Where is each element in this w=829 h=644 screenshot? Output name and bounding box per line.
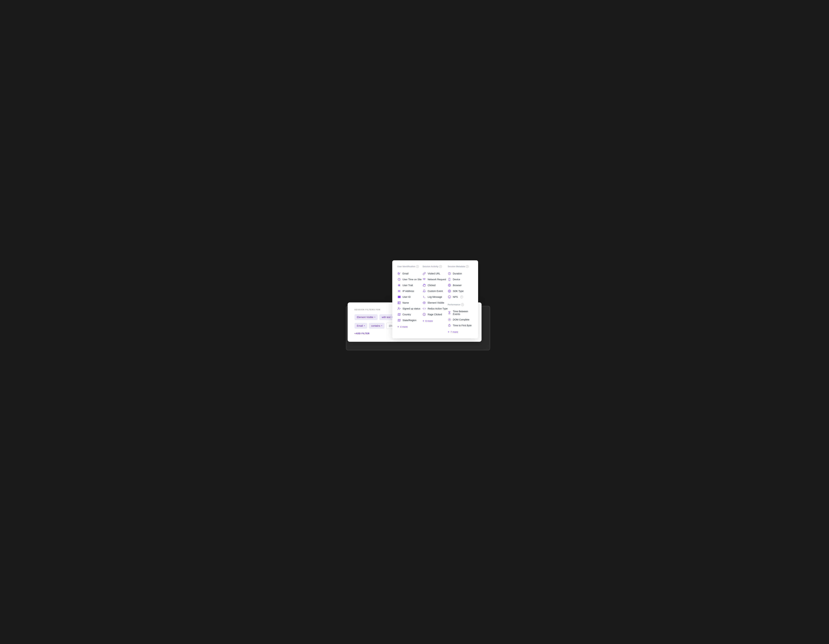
svg-point-17 xyxy=(398,308,399,308)
svg-point-44 xyxy=(449,319,450,320)
visited-url-label: Visited URL xyxy=(428,272,440,275)
svg-point-27 xyxy=(423,313,426,316)
link-icon xyxy=(422,272,426,275)
menu-item-custom-event[interactable]: Custom Event xyxy=(422,288,448,294)
duration-label: Duration xyxy=(453,272,462,275)
menu-item-user-time-on-site[interactable]: User Time on Site xyxy=(397,276,422,283)
menu-item-duration[interactable]: Duration xyxy=(448,271,473,276)
contains-label-2: contains xyxy=(371,324,380,327)
country-label: Country xyxy=(403,313,411,316)
smile-icon xyxy=(448,295,451,298)
plus-icon-2: + xyxy=(422,319,424,322)
session-activity-header: Session Activity ? xyxy=(422,265,448,268)
menu-item-time-between-events[interactable]: Time Between Events xyxy=(448,309,473,317)
sdk-type-label: SDK Type xyxy=(453,290,464,292)
hand-icon xyxy=(422,284,426,287)
element-visible-label: Element Visible xyxy=(357,316,374,319)
chevron-down-icon: ▾ xyxy=(364,325,365,327)
svg-rect-9 xyxy=(399,296,399,298)
email-label: Email xyxy=(357,324,363,327)
menu-item-sdk-type[interactable]: SDK Type xyxy=(448,288,473,294)
more-label-col2: 6 more xyxy=(426,320,433,322)
menu-item-signed-up-status[interactable]: Signed up status xyxy=(397,306,422,311)
more-label-col3: 7 more xyxy=(451,331,458,333)
browser-icon xyxy=(448,284,451,287)
menu-item-ip-address[interactable]: IP Address xyxy=(397,288,422,294)
svg-point-39 xyxy=(449,290,450,291)
svg-point-26 xyxy=(424,302,425,303)
svg-point-14 xyxy=(398,302,399,303)
user-trait-label: User Trait xyxy=(403,284,413,287)
terminal-icon xyxy=(422,295,426,298)
user-id-label: User ID xyxy=(403,295,411,298)
user-id-more-link[interactable]: + 4 more xyxy=(397,324,422,328)
menu-item-nps[interactable]: NPS ? xyxy=(448,294,473,300)
chevron-down-icon: ▾ xyxy=(381,325,382,327)
email-item-label: Email xyxy=(403,272,408,275)
eye-icon xyxy=(422,301,426,305)
snowflake-icon xyxy=(397,284,401,287)
signed-up-status-label: Signed up status xyxy=(403,307,421,310)
list-icon xyxy=(397,289,401,293)
menu-item-network-request[interactable]: Network Request xyxy=(422,276,448,283)
stopwatch-icon xyxy=(448,324,451,327)
state-region-label: State/Region xyxy=(403,319,416,322)
menu-item-dom-complete[interactable]: DOM Complete xyxy=(448,317,473,322)
menu-item-clicked[interactable]: Clicked xyxy=(422,283,448,288)
help-icon[interactable]: ? xyxy=(416,265,419,268)
time-to-first-byte-label: Time to First Byte xyxy=(453,324,471,327)
session-metadata-column: Session Metadata ? Duration Device xyxy=(448,265,473,333)
menu-item-email[interactable]: Email xyxy=(397,271,422,276)
element-visible-label: Element Visible xyxy=(428,301,444,304)
code-icon xyxy=(422,307,426,310)
help-icon-2[interactable]: ? xyxy=(439,265,442,268)
add-filter-label: +ADD FILTER xyxy=(355,332,370,335)
help-icon-3[interactable]: ? xyxy=(466,265,469,268)
network-request-label: Network Request xyxy=(428,278,446,281)
log-message-label: Log Message xyxy=(428,295,442,298)
clock-icon xyxy=(397,278,401,281)
session-activity-column: Session Activity ? Visited URL Netwo xyxy=(422,265,448,333)
menu-item-state-region[interactable]: State/Region xyxy=(397,317,422,323)
browser-label: Browser xyxy=(453,284,462,287)
angry-icon xyxy=(422,313,426,316)
performance-help-icon[interactable]: ? xyxy=(461,303,464,306)
user-identification-header: User Identification ? xyxy=(397,265,422,268)
email-dropdown[interactable]: Email ▾ xyxy=(355,323,367,329)
clicked-label: Clicked xyxy=(428,284,435,287)
menu-item-user-id[interactable]: User ID xyxy=(397,294,422,300)
menu-item-name[interactable]: Name xyxy=(397,300,422,306)
barcode-icon xyxy=(397,295,401,298)
menu-item-redux-action-type[interactable]: Redux Action Type xyxy=(422,306,448,311)
with-text-label: with text xyxy=(382,316,391,319)
svg-rect-12 xyxy=(400,296,400,298)
menu-item-element-visible[interactable]: Element Visible xyxy=(422,300,448,306)
performance-more-link[interactable]: + 7 more xyxy=(448,329,473,333)
wifi-icon xyxy=(422,278,426,281)
plus-icon: + xyxy=(397,325,399,328)
svg-rect-7 xyxy=(398,296,398,298)
chevron-down-icon: ▾ xyxy=(374,316,375,318)
clock-circle-icon xyxy=(448,272,451,275)
rage-clicked-label: Rage Clicked xyxy=(428,313,442,316)
map-icon-country xyxy=(397,313,401,316)
element-visible-dropdown[interactable]: Element Visible ▾ xyxy=(355,314,378,320)
gear-icon xyxy=(448,289,451,293)
session-activity-more-link[interactable]: + 6 more xyxy=(422,318,448,322)
filter-dropdown-menu: User Identification ? Email User Tim xyxy=(392,260,478,338)
contains-dropdown-2[interactable]: contains ▾ xyxy=(369,323,385,329)
menu-item-time-to-first-byte[interactable]: Time to First Byte xyxy=(448,322,473,328)
user-identification-column: User Identification ? Email User Tim xyxy=(397,265,422,333)
menu-item-browser[interactable]: Browser xyxy=(448,283,473,288)
menu-item-log-message[interactable]: Log Message xyxy=(422,294,448,300)
main-card: SESSION FILTERS FOR Element Visible ▾ wi… xyxy=(348,302,482,342)
menu-item-visited-url[interactable]: Visited URL xyxy=(422,271,448,276)
menu-item-user-trait[interactable]: User Trait xyxy=(397,283,422,288)
menu-item-device[interactable]: Device xyxy=(448,276,473,283)
menu-item-country[interactable]: Country xyxy=(397,311,422,317)
session-metadata-header: Session Metadata ? xyxy=(448,265,473,268)
add-filter-link[interactable]: +ADD FILTER xyxy=(355,332,370,335)
contact-icon xyxy=(397,301,401,305)
menu-item-rage-clicked[interactable]: Rage Clicked xyxy=(422,311,448,317)
nps-help-icon[interactable]: ? xyxy=(460,295,463,298)
